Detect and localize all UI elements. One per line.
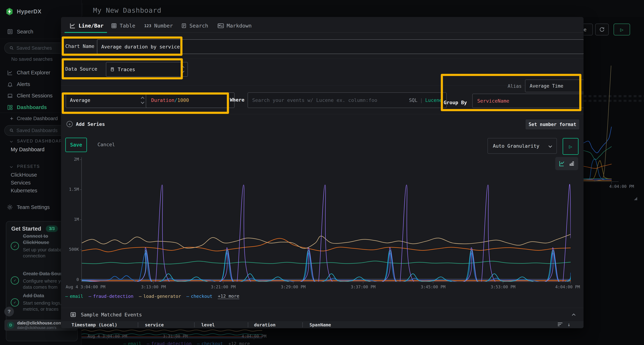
user-email-sub: dale@clickhouse.com's — [17, 326, 62, 330]
highlight-box-chart-name — [62, 36, 182, 56]
markdown-icon — [218, 23, 224, 28]
chart-line-icon — [7, 70, 13, 76]
x-axis-tick-label: 3:53:00 PM — [482, 285, 524, 289]
tab-number[interactable]: 123 Number — [144, 23, 173, 29]
bg-mini-legend: —email —fraud-detection —checkout +12 mo… — [124, 341, 250, 345]
chart-play-button[interactable]: ▷ — [562, 138, 578, 155]
brand-logo[interactable]: HyperDX — [5, 7, 42, 16]
check-circle-icon: ✓ — [11, 298, 19, 307]
user-email: dale@clickhouse.com — [17, 321, 62, 326]
bg-right-chart — [584, 54, 644, 202]
123-icon: 123 — [144, 23, 151, 28]
x-axis-tick-label: 4:04:00 PM — [546, 285, 584, 289]
bg-mini-chart-xlabel: 3:31:00 PM — [152, 334, 198, 339]
sample-events-header[interactable]: Sample Matched Events — [70, 312, 142, 318]
sidebar-item-search[interactable]: Search — [7, 28, 33, 35]
sidebar-item-kubernetes[interactable]: Kubernetes — [11, 188, 37, 194]
brand-name: HyperDX — [17, 8, 42, 15]
search-page-icon — [7, 28, 13, 35]
active-tab-indicator — [64, 32, 107, 33]
line-chart-icon[interactable] — [559, 160, 565, 167]
bell-icon — [7, 81, 13, 87]
bg-mini-chart-xlabel: Aug 4 3:04:00 PM — [84, 334, 130, 339]
create-dashboard-button[interactable]: + Create Dashboard — [10, 115, 58, 122]
set-number-format-button[interactable]: Set number format — [526, 119, 579, 129]
sidebar-item-team-settings[interactable]: Team Settings — [7, 204, 50, 210]
tab-table[interactable]: Table — [111, 23, 135, 29]
cancel-button[interactable]: Cancel — [98, 142, 115, 147]
plus-circle-icon: + — [66, 121, 73, 127]
series-flat-gray — [82, 279, 571, 279]
chevron-down-icon — [10, 165, 13, 168]
chart-legend: —email —fraud-detection —load-generator … — [65, 294, 239, 299]
plus-icon: + — [10, 115, 13, 122]
section-presets[interactable]: PRESETS — [10, 164, 40, 169]
legend-more-link[interactable]: +12 more — [218, 294, 239, 299]
main-chart[interactable] — [82, 157, 571, 282]
chart-type-toggle[interactable] — [555, 157, 578, 170]
legend-item[interactable]: —email — [65, 294, 83, 299]
sidebar-item-alerts[interactable]: Alerts — [7, 81, 30, 87]
sql-mode-toggle[interactable]: SQL — [409, 98, 417, 103]
avatar: D — [7, 322, 14, 329]
legend-item[interactable]: —fraud-detection — [88, 294, 134, 299]
tab-search[interactable]: Search — [181, 23, 208, 29]
collapse-section-icon[interactable] — [572, 314, 576, 317]
line-chart-icon — [70, 23, 76, 29]
where-search-input[interactable]: Search your events w/ Lucene ex. column:… — [248, 92, 447, 108]
sort-down-icon[interactable]: ↓ — [568, 322, 570, 328]
legend-swatch: — — [186, 294, 189, 299]
legend-swatch: — — [88, 294, 91, 299]
sidebar-item-chart-explorer[interactable]: Chart Explorer — [7, 70, 50, 76]
table-icon — [111, 23, 117, 28]
highlight-box-data-source — [62, 58, 183, 79]
gear-icon — [7, 204, 13, 210]
y-axis-tick-label: 1M — [62, 217, 79, 222]
legend-item[interactable]: —load-generator — [139, 294, 181, 299]
saved-searches-placeholder: Saved Searches — [16, 45, 52, 51]
add-series-button[interactable]: + Add Series — [66, 121, 105, 127]
sidebar-item-client-sessions[interactable]: Client Sessions — [7, 93, 52, 99]
tab-line-bar[interactable]: Line/Bar — [70, 23, 104, 29]
save-button[interactable]: Save — [65, 138, 87, 152]
column-header[interactable]: duration — [254, 322, 276, 328]
x-axis-tick-label: 3:45:00 PM — [412, 285, 454, 289]
sidebar-item-services[interactable]: Services — [11, 180, 30, 186]
lucene-mode-toggle[interactable]: Lucene — [425, 98, 442, 103]
chevron-down-icon — [10, 140, 13, 143]
laptop-icon — [7, 93, 13, 99]
bg-right-chart-xlabel: 4:04:00 PM — [603, 184, 640, 189]
dashboards-grid-icon — [7, 105, 13, 110]
series-load-generator — [82, 234, 571, 249]
highlight-box-series — [62, 92, 229, 114]
sidebar-item-dashboards[interactable]: Dashboards — [7, 104, 47, 110]
list-icon — [70, 312, 76, 318]
search-icon — [9, 128, 14, 133]
section-saved-dashboards[interactable]: SAVED DASHBOARDS — [10, 139, 69, 144]
x-axis-tick-label: 3:37:00 PM — [342, 285, 384, 289]
help-button[interactable]: ? — [4, 307, 14, 317]
saved-dashboards-placeholder: Saved Dashboards — [16, 128, 58, 133]
sidebar-item-my-dashboard[interactable]: My Dashboard — [11, 147, 44, 152]
get-started-badge: 3/3 — [46, 225, 58, 232]
x-axis-tick-label: 3:21:00 PM — [202, 285, 245, 289]
tab-markdown[interactable]: Markdown — [218, 23, 252, 29]
y-axis-tick-label: 2M — [62, 157, 79, 162]
column-header[interactable]: Timestamp (Local) — [72, 322, 117, 328]
granularity-select[interactable]: Auto Granularity — [488, 138, 557, 154]
bar-chart-icon[interactable] — [569, 161, 574, 166]
legend-item[interactable]: —checkout — [186, 294, 212, 299]
resize-handle-icon[interactable] — [634, 197, 637, 200]
column-header[interactable]: level — [201, 322, 215, 328]
column-header[interactable]: SpanName — [310, 322, 331, 328]
column-header[interactable]: service — [145, 322, 164, 328]
chart-y-axis — [82, 157, 82, 282]
x-axis-tick-label: 3:29:00 PM — [272, 285, 315, 289]
filter-icon[interactable] — [558, 323, 563, 326]
highlight-box-group-by — [441, 74, 582, 111]
get-started-title: Get Started — [11, 226, 41, 232]
chart-x-axis — [82, 282, 571, 282]
x-axis-tick-label: Aug 4 3:04:00 PM — [64, 285, 107, 289]
sidebar-item-clickhouse[interactable]: ClickHouse — [11, 172, 37, 178]
no-saved-searches-text: No saved searches — [11, 56, 52, 62]
